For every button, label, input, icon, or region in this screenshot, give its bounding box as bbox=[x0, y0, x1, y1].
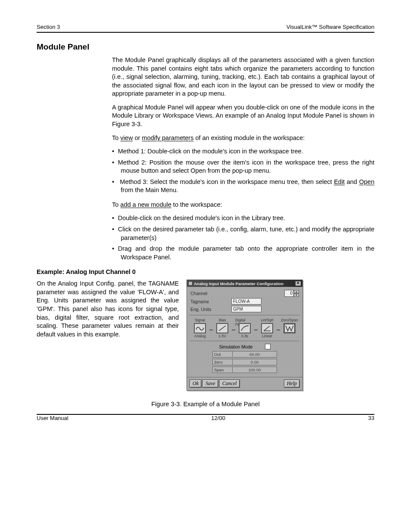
icon-label-signal: Signal bbox=[195, 318, 205, 323]
icon-label-filter: Digital Filter bbox=[235, 318, 254, 323]
icon-label-bias: Bias bbox=[219, 318, 226, 323]
list-item: Double-click on the desired module's ico… bbox=[112, 214, 374, 223]
header-title: VisualLink™ Software Specification bbox=[286, 24, 374, 30]
list-item: Method 1: Double-click on the module's i… bbox=[112, 147, 374, 156]
header-rule bbox=[37, 32, 374, 33]
label-zero: Zero bbox=[213, 359, 233, 365]
paragraph-2: A graphical Module Panel will appear whe… bbox=[112, 103, 374, 129]
cancel-button[interactable]: Cancel bbox=[219, 380, 240, 388]
connector-icon bbox=[232, 330, 235, 330]
icon-label-zerospan: Zero/Span bbox=[281, 318, 298, 323]
signal-chain: Signal Analog Bias 1-5V bbox=[190, 318, 299, 338]
signal-icon[interactable] bbox=[194, 323, 206, 333]
value-out: 66.00 bbox=[233, 352, 277, 357]
footer-center: 12/00 bbox=[211, 415, 225, 421]
label-simulation-mode: Simulation Mode bbox=[219, 344, 252, 349]
page-header: Section 3 VisualLink™ Software Specifica… bbox=[37, 24, 374, 30]
channel-value[interactable]: 0 bbox=[284, 290, 294, 297]
page-footer: User Manual 12/00 33 bbox=[37, 415, 374, 421]
tagname-field[interactable]: FLOW-A bbox=[231, 298, 262, 305]
underline-add-new: add a new module bbox=[120, 201, 171, 208]
chevron-down-icon[interactable]: ▼ bbox=[294, 293, 299, 297]
label-span: Span bbox=[213, 367, 233, 373]
help-button[interactable]: Help bbox=[284, 380, 300, 388]
list-item: Drag and drop the module parameter tab o… bbox=[112, 245, 374, 261]
underline-view: view bbox=[120, 134, 133, 141]
connector-icon bbox=[277, 330, 280, 330]
digital-filter-icon[interactable] bbox=[239, 323, 251, 333]
footer-left: User Manual bbox=[37, 415, 68, 421]
list-item: Method 2: Position the mouse over the it… bbox=[112, 159, 374, 175]
list-item: Click on the desired parameter tab (i.e.… bbox=[112, 225, 374, 242]
heading-module-panel: Module Panel bbox=[37, 42, 374, 52]
icon-value-linsqrt: Linear bbox=[262, 334, 272, 338]
connector-icon bbox=[209, 330, 213, 330]
label-out: Out bbox=[213, 352, 233, 357]
bias-icon[interactable] bbox=[216, 323, 228, 333]
icon-label-linsqrt: Lin/Sqrt bbox=[261, 318, 273, 323]
channel-stepper[interactable]: 0 ▲▼ bbox=[284, 290, 299, 297]
eng-units-field[interactable]: GPM bbox=[231, 306, 262, 312]
ok-button[interactable]: Ok bbox=[190, 380, 202, 388]
list-view-modify: Method 1: Double-click on the module's i… bbox=[112, 147, 374, 195]
paragraph-1: The Module Panel graphically displays al… bbox=[112, 56, 374, 98]
example-text: On the Analog Input Config. panel, the T… bbox=[37, 280, 179, 386]
dialog-analog-input: Analog Input Module Parameter Configurat… bbox=[187, 280, 303, 391]
list-add-new: Double-click on the desired module's ico… bbox=[112, 214, 374, 261]
close-icon[interactable]: ✕ bbox=[295, 281, 301, 286]
example-heading: Example: Analog Input Channel 0 bbox=[37, 268, 374, 275]
paragraph-4: To add a new module to the workspace: bbox=[112, 201, 374, 209]
app-icon bbox=[188, 281, 193, 286]
list-item: Method 3: Select the module's icon in th… bbox=[112, 178, 374, 195]
value-zero: 0.00 bbox=[233, 359, 277, 365]
zero-span-icon[interactable] bbox=[283, 323, 296, 333]
header-section: Section 3 bbox=[37, 24, 60, 30]
chevron-up-icon[interactable]: ▲ bbox=[294, 290, 299, 293]
icon-value-filter: 0.3s bbox=[241, 334, 248, 338]
paragraph-3: To view or modify parameters of an exist… bbox=[112, 134, 374, 143]
save-button[interactable]: Save bbox=[202, 380, 218, 388]
icon-value-signal: Analog bbox=[194, 334, 206, 338]
value-span: 100.00 bbox=[233, 367, 277, 373]
label-eng-units: Eng. Units bbox=[190, 307, 231, 312]
underline-modify: modify parameters bbox=[142, 134, 193, 141]
values-table: Out66.00 Zero0.00 Span100.00 bbox=[212, 351, 277, 373]
label-channel: Channel bbox=[190, 291, 231, 296]
figure-caption: Figure 3-3. Example of a Module Panel bbox=[37, 400, 374, 409]
dialog-titlebar[interactable]: Analog Input Module Parameter Configurat… bbox=[187, 280, 302, 287]
label-tagname: Tagname bbox=[190, 299, 231, 304]
simulation-mode-checkbox[interactable] bbox=[265, 344, 271, 349]
lin-sqrt-icon[interactable] bbox=[261, 323, 273, 333]
footer-right: 33 bbox=[368, 415, 374, 421]
dialog-title: Analog Input Module Parameter Configurat… bbox=[194, 281, 283, 286]
icon-value-bias: 1-5V bbox=[218, 334, 226, 338]
connector-icon bbox=[254, 330, 258, 330]
